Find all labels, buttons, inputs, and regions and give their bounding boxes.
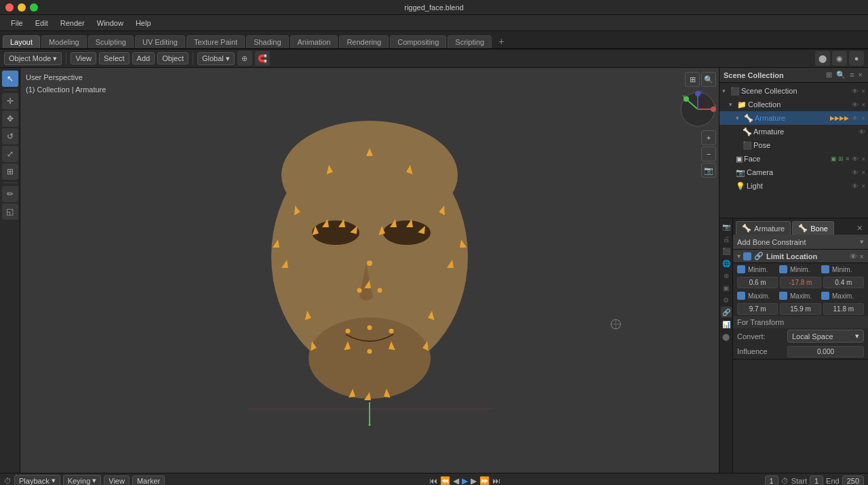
view-menu[interactable]: View: [71, 52, 96, 64]
influence-value[interactable]: 0.000: [787, 346, 864, 357]
object-mode-selector[interactable]: Object Mode ▾: [4, 52, 62, 65]
timeline-type-icon[interactable]: ⏱: [4, 477, 12, 485]
tab-modeling[interactable]: Modeling: [41, 35, 87, 48]
outliner-item-light[interactable]: 💡 Light 👁 ×: [719, 179, 868, 193]
restrict-icon[interactable]: ×: [861, 88, 865, 95]
annotate-tool-button[interactable]: ✏: [2, 186, 18, 202]
keying-menu[interactable]: Keying ▾: [63, 475, 102, 485]
search-icon[interactable]: 🔍: [835, 70, 847, 80]
outliner-item-armature-data[interactable]: 🦴 Armature 👁: [719, 125, 868, 138]
output-props-icon[interactable]: 🖨: [721, 233, 732, 244]
marker-menu[interactable]: Marker: [132, 476, 165, 486]
convert-value-selector[interactable]: Local Space ▾: [787, 330, 864, 343]
prev-keyframe-button[interactable]: ⏪: [440, 476, 450, 486]
outliner-item-face[interactable]: ▣ Face ▣ ⊞ ≡ 👁 ×: [719, 152, 868, 166]
snap-button[interactable]: 🧲: [255, 51, 270, 66]
object-menu[interactable]: Object: [157, 52, 189, 64]
add-bone-constraint-button[interactable]: Add Bone Constraint ▾: [733, 235, 868, 250]
add-menu[interactable]: Add: [132, 52, 155, 64]
light-vis-icon[interactable]: 👁: [852, 182, 859, 190]
menu-render[interactable]: Render: [55, 18, 90, 28]
jump-end-button[interactable]: ⏭: [492, 476, 500, 486]
armature-data-vis[interactable]: 👁: [859, 128, 865, 136]
tab-layout[interactable]: Layout: [3, 35, 40, 48]
armature-tab[interactable]: 🦴 Armature: [736, 221, 791, 235]
min-y-checkbox[interactable]: [779, 265, 787, 273]
collection-vis-icon[interactable]: 👁: [852, 101, 859, 109]
menu-edit[interactable]: Edit: [30, 18, 54, 28]
bone-constraint-props-icon[interactable]: 🔗: [721, 307, 732, 317]
max-y-checkbox[interactable]: [779, 292, 787, 300]
render-props-icon[interactable]: 📷: [721, 221, 732, 232]
play-button[interactable]: ▶: [462, 476, 468, 486]
menu-help[interactable]: Help: [130, 18, 157, 28]
material-props-icon[interactable]: ⬤: [721, 331, 732, 342]
minimize-button[interactable]: [18, 3, 26, 12]
min-x-checkbox[interactable]: [737, 265, 745, 273]
close-outliner-icon[interactable]: ×: [857, 70, 864, 80]
min-z-value[interactable]: 0.4 m: [823, 277, 864, 288]
constraint-collapse-arrow[interactable]: ▾: [737, 252, 741, 260]
maximize-button[interactable]: [30, 3, 38, 12]
min-x-value[interactable]: 0.6 m: [737, 277, 778, 288]
filter-icon[interactable]: ⊞: [825, 70, 833, 80]
visibility-icon[interactable]: 👁: [852, 88, 859, 95]
playback-menu[interactable]: Playback ▾: [14, 475, 60, 485]
max-z-value[interactable]: 11.8 m: [823, 303, 864, 315]
viewport-shading-material[interactable]: ◉: [832, 51, 847, 66]
viewport-gizmo-button[interactable]: 🔍: [701, 72, 716, 87]
select-menu[interactable]: Select: [99, 52, 130, 64]
navigation-gizmo[interactable]: X Y Z: [679, 91, 716, 128]
tab-compositing[interactable]: Compositing: [390, 35, 446, 48]
outliner-item-scene-collection[interactable]: ▾ ⬛ Scene Collection 👁 ×: [719, 84, 868, 98]
current-frame-box[interactable]: 1: [765, 476, 778, 486]
next-frame-button[interactable]: ▶: [471, 476, 477, 486]
scale-tool-button[interactable]: ⤢: [2, 146, 18, 162]
zoom-out-button[interactable]: −: [701, 147, 716, 161]
min-y-value[interactable]: -17.8 m: [780, 277, 821, 288]
transform-tool-button[interactable]: ⊞: [2, 163, 18, 180]
next-keyframe-button[interactable]: ⏩: [479, 476, 490, 486]
viewport-3d[interactable]: User Perspective (1) Collection | Armatu…: [20, 68, 719, 473]
tab-texture-paint[interactable]: Texture Paint: [186, 35, 245, 48]
tab-rendering[interactable]: Rendering: [339, 35, 389, 48]
view-menu-timeline[interactable]: View: [104, 476, 130, 486]
menu-file[interactable]: File: [5, 18, 28, 28]
menu-window[interactable]: Window: [92, 18, 129, 28]
close-button[interactable]: [5, 3, 14, 12]
scene-props-icon[interactable]: 🌐: [721, 258, 732, 269]
camera-vis-icon[interactable]: 👁: [852, 169, 859, 176]
light-restrict-icon[interactable]: ×: [861, 182, 865, 190]
viewport-shading-solid[interactable]: ⬤: [815, 51, 830, 66]
face-vis-icon[interactable]: 👁: [852, 155, 859, 163]
viewport-shading-render[interactable]: ●: [849, 51, 864, 66]
tab-shading[interactable]: Shading: [246, 35, 288, 48]
constraint-close-icon[interactable]: ×: [860, 252, 864, 260]
prev-frame-button[interactable]: ◀: [453, 476, 459, 486]
measure-tool-button[interactable]: ◱: [2, 203, 18, 220]
outliner-item-camera[interactable]: 📷 Camera 👁 ×: [719, 166, 868, 179]
outliner-item-pose[interactable]: ⬛ Pose: [719, 138, 868, 152]
tab-animation[interactable]: Animation: [290, 35, 338, 48]
tab-sculpting[interactable]: Sculpting: [88, 35, 134, 48]
select-tool-button[interactable]: ↖: [2, 71, 18, 87]
data-props-icon[interactable]: 📊: [721, 319, 732, 330]
outliner-options-icon[interactable]: ≡: [848, 70, 855, 80]
viewport-overlay-button[interactable]: ⊞: [685, 72, 700, 87]
min-z-checkbox[interactable]: [821, 265, 829, 273]
bone-tab[interactable]: 🦴 Bone: [792, 221, 834, 235]
max-x-value[interactable]: 9.7 m: [737, 303, 778, 315]
collection-restrict-icon[interactable]: ×: [861, 101, 865, 109]
cursor-tool-button[interactable]: ✛: [2, 93, 18, 109]
close-panel-button[interactable]: ×: [854, 221, 865, 235]
transform-selector[interactable]: Global ▾: [197, 52, 235, 65]
rotate-tool-button[interactable]: ↺: [2, 128, 18, 144]
view-layer-props-icon[interactable]: ⬛: [721, 246, 732, 256]
constraint-eye-icon[interactable]: 👁: [850, 252, 857, 260]
camera-view-button[interactable]: 📷: [701, 163, 716, 178]
end-frame-box[interactable]: 250: [842, 476, 864, 486]
armature-restrict-icon[interactable]: ×: [861, 115, 865, 122]
zoom-in-button[interactable]: +: [701, 130, 716, 145]
tab-uv-editing[interactable]: UV Editing: [135, 35, 185, 48]
constraint-enable-checkbox[interactable]: [743, 252, 751, 260]
